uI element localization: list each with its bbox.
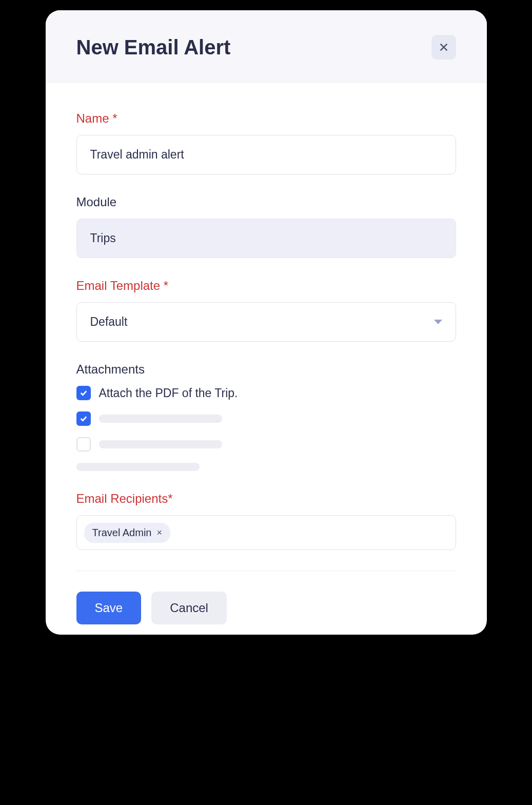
name-label: Name * [76,111,456,126]
email-template-value: Default [90,315,128,329]
attachment-checkbox-placeholder-2[interactable] [76,437,91,451]
chevron-down-icon [434,320,442,324]
module-input: Trips [76,219,456,258]
module-label: Module [76,195,456,209]
button-row: Save Cancel [76,592,456,624]
close-icon [438,42,449,53]
attachments-label: Attachments [76,362,456,377]
name-field-group: Name * [76,111,456,174]
check-icon [79,388,88,398]
module-field-group: Module Trips [76,195,456,258]
new-email-alert-modal: New Email Alert Name * Module Trips Emai… [46,10,487,635]
attachments-section: Attachments Attach the PDF of the Trip. [76,362,456,471]
placeholder-skeleton [99,440,222,448]
email-template-select[interactable]: Default [76,302,456,342]
attachment-row-placeholder-3 [76,463,456,471]
attachment-row-placeholder-2 [76,437,456,451]
cancel-button[interactable]: Cancel [151,592,227,624]
modal-title: New Email Alert [76,36,231,59]
chip-remove-icon[interactable]: × [156,528,162,537]
attachment-checkbox-placeholder-1[interactable] [76,411,91,426]
check-icon [79,414,88,423]
placeholder-skeleton [99,415,222,423]
modal-header: New Email Alert [46,10,487,83]
recipient-chip-label: Travel Admin [92,527,152,539]
attachment-label-pdf: Attach the PDF of the Trip. [99,386,238,400]
recipients-field-group: Email Recipients* Travel Admin × [76,492,456,550]
attachment-row-placeholder-1 [76,411,456,426]
recipient-chip: Travel Admin × [84,523,170,543]
modal-body: Name * Module Trips Email Template * Def… [46,83,487,635]
close-button[interactable] [431,35,456,60]
placeholder-skeleton [76,463,200,471]
attachment-row-pdf: Attach the PDF of the Trip. [76,386,456,400]
email-template-label: Email Template * [76,279,456,293]
divider [76,571,456,571]
attachment-checkbox-pdf[interactable] [76,386,91,400]
name-input[interactable] [76,135,456,174]
recipients-input[interactable]: Travel Admin × [76,515,456,550]
save-button[interactable]: Save [76,592,142,624]
email-template-field-group: Email Template * Default [76,279,456,342]
recipients-label: Email Recipients* [76,492,456,506]
